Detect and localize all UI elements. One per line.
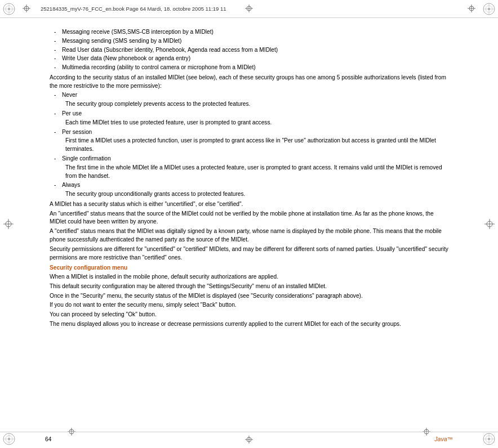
header-text: 252184335_myV-76_FCC_en.book Page 64 Mar… — [41, 6, 226, 12]
footer-brand: Java™ — [434, 436, 453, 442]
corner-tr-deco — [475, 1, 496, 17]
list-item: - Multimedia recording (ability to contr… — [50, 64, 448, 72]
crosshair-mid-right — [484, 219, 495, 229]
footer-divider — [0, 432, 498, 432]
para-4: Security permissions are different for "… — [50, 245, 448, 262]
list-item: - Always — [50, 181, 448, 190]
section-para-6: The menu displayed allows you to increas… — [50, 320, 448, 329]
footer-page-number: 64 — [45, 436, 51, 442]
crosshair-bottom-center — [245, 436, 253, 443]
section-para-5: You can proceed by selecting "Ok" button… — [50, 311, 448, 319]
para-2: An "uncertified" status means that the s… — [50, 210, 448, 227]
auth-desc: The first time in the whole MIDlet life … — [50, 164, 448, 181]
crosshair-tr — [468, 5, 475, 12]
corner-bl-deco — [2, 431, 23, 447]
para-3: A "certified" status means that the MIDl… — [50, 227, 448, 244]
list-item: - Per session — [50, 128, 448, 137]
list-item: - Per use — [50, 110, 448, 118]
corner-br-deco — [475, 431, 496, 447]
crosshair-top-center — [245, 5, 253, 12]
corner-tl-deco — [2, 1, 23, 17]
list-item: - Single confirmation — [50, 155, 448, 163]
section-para-1: When a MIDlet is installed in the mobile… — [50, 273, 448, 281]
crosshair-tl — [23, 5, 30, 12]
para-1: A MIDlet has a security status which is … — [50, 200, 448, 209]
auth-desc: First time a MIDlet uses a protected fun… — [50, 137, 448, 154]
main-content: - Messaging receive (SMS,SMS-CB intercep… — [45, 18, 453, 425]
auth-desc: Each time MIDlet tries to use protected … — [50, 119, 448, 127]
bullet-list: - Messaging receive (SMS,SMS-CB intercep… — [50, 28, 448, 72]
section-para-3: Once in the "Security" menu, the securit… — [50, 292, 448, 301]
section-heading: Security configuration menu — [50, 264, 448, 272]
auth-desc: The security group unconditionally grant… — [50, 190, 448, 199]
list-item: - Never — [50, 91, 448, 100]
section-para-2: This default security configuration may … — [50, 283, 448, 291]
crosshair-mid-left — [3, 219, 14, 229]
page: 252184335_myV-76_FCC_en.book Page 64 Mar… — [0, 0, 498, 448]
list-item: - Messaging receive (SMS,SMS-CB intercep… — [50, 28, 448, 37]
list-item: - Messaging sending (SMS sending by a MI… — [50, 37, 448, 46]
list-item: - Write User data (New phonebook or agen… — [50, 55, 448, 63]
list-item: - Read User data (Subscriber identity, P… — [50, 46, 448, 55]
auth-levels-list: - Never The security group completely pr… — [50, 91, 448, 198]
auth-desc: The security group completely prevents a… — [50, 100, 448, 109]
section-para-4: If you do not want to enter the security… — [50, 301, 448, 310]
intro-text: According to the security status of an i… — [50, 74, 448, 91]
